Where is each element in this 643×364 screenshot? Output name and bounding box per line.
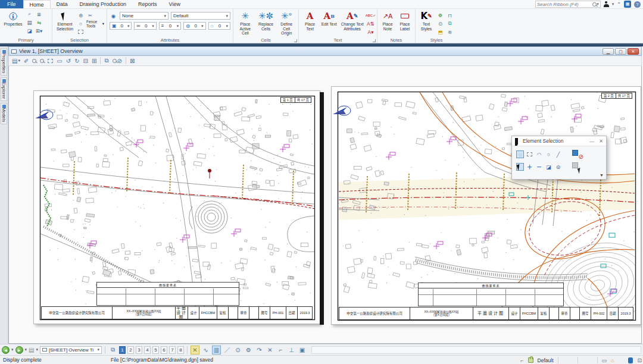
dialog-close-icon[interactable]: ✕ — [599, 139, 603, 144]
select-individual-icon[interactable]: ◌ — [516, 150, 524, 158]
pattern-tool-icon[interactable]: ▥ — [212, 346, 221, 354]
dialog-status-icon[interactable]: ⊡ — [637, 357, 642, 363]
zoom-out-button[interactable] — [40, 59, 44, 63]
active-level[interactable]: Default — [538, 357, 554, 363]
view-toggle-5[interactable]: 5 — [152, 346, 159, 354]
search-icon[interactable] — [592, 2, 597, 7]
disable-handles-icon[interactable]: ⊘ — [572, 150, 582, 159]
place-note-button[interactable]: ↗A Place Note — [380, 10, 395, 31]
edit-text-button[interactable]: AB Edit Text — [320, 10, 338, 27]
view-next-button[interactable]: ⊞ — [92, 58, 96, 64]
cut-icon[interactable]: ✂ — [86, 11, 94, 19]
locks-icon[interactable] — [528, 357, 533, 363]
view-toggle-1[interactable]: 1 — [119, 346, 126, 354]
view-maximize-button[interactable]: ▢ — [615, 48, 626, 55]
tab-reports[interactable]: Reports — [132, 0, 163, 8]
link-styles-icon[interactable]: ⧉ — [446, 20, 454, 27]
view-toggle-2[interactable]: 2 — [127, 346, 134, 354]
view-windows-icon[interactable]: ⧉ — [108, 346, 117, 354]
update-view-button[interactable]: ✐ — [24, 58, 29, 64]
user-dropdown-icon[interactable]: ▾ — [612, 2, 614, 7]
view-lock-button[interactable]: ⊠ — [130, 58, 135, 64]
tab-data[interactable]: Data — [51, 0, 74, 8]
mode-add-icon[interactable]: ＋ — [526, 163, 533, 171]
style-box-icon[interactable]: ⊓ — [446, 11, 454, 19]
dialog-minimize-icon[interactable]: — — [589, 139, 594, 144]
view-title-bar[interactable]: View 1, [SHEET] Overview ▁ ▢ ✕ — [8, 46, 642, 56]
tab-file[interactable]: File — [0, 0, 23, 8]
tab-home[interactable]: Home — [23, 0, 51, 8]
view-close-button[interactable]: ✕ — [628, 48, 639, 55]
popup-icon[interactable]: ◪ — [26, 27, 33, 34]
connect-icon[interactable]: ▦ — [624, 1, 631, 8]
settings-gear-icon[interactable]: ⚙ — [244, 346, 253, 354]
select-all-handles-icon[interactable] — [572, 162, 582, 171]
zoom-in-button[interactable] — [32, 59, 36, 63]
mode-subtract-icon[interactable]: － — [535, 163, 543, 171]
tab-view[interactable]: View — [163, 0, 186, 8]
mode-new-icon[interactable] — [516, 163, 524, 171]
select-all-icon[interactable]: ⊛ — [77, 11, 85, 19]
element-info-icon[interactable]: ⌕ — [26, 10, 33, 18]
sidebar-tab-explorer[interactable]: Explorer — [1, 77, 7, 101]
recent-dropdown-icon[interactable]: ▾ — [36, 347, 38, 352]
view-minimize-button[interactable]: ▁ — [603, 48, 614, 55]
forward-button[interactable]: ▶ — [15, 346, 23, 354]
mode-invert-icon[interactable]: ◪ — [545, 163, 553, 171]
select-none-icon[interactable]: ○ — [77, 20, 85, 27]
sheet-2[interactable]: 第 2 页共 17 页 曲线要素表 中交第一公路勘察设计研究院有限公司 XX~X… — [331, 86, 641, 325]
place-active-cell-button[interactable]: ✳ Place Active Cell — [236, 10, 255, 36]
accusnap-toggle-icon[interactable]: ✕ — [191, 346, 199, 354]
fence-status-icon[interactable]: ⌂ — [611, 357, 614, 363]
change-text-attributes-button[interactable]: A✎ Change Text Attributes — [339, 10, 365, 31]
level-combo[interactable]: Default▾ — [171, 12, 230, 20]
window-area-button[interactable] — [48, 59, 53, 63]
rotate-view-right-button[interactable]: ↻ — [74, 58, 79, 64]
help-icon[interactable]: ? — [634, 1, 641, 8]
element-selection-button[interactable]: Element Selection — [55, 10, 75, 31]
sheet-1[interactable]: 第 1 页共 17 页 曲线要素表 中交第一公路勘察设计研究院有限公司 XX~X… — [33, 90, 320, 324]
sidebar-tab-properties[interactable]: Properties — [1, 48, 7, 76]
design-history-icon[interactable] — [628, 357, 633, 363]
sync-icon[interactable]: ⇆ — [35, 18, 43, 26]
intersection-snap-icon[interactable]: ✕ — [266, 346, 274, 354]
element-selection-dialog[interactable]: Element Selection — ✕ ◌ ◠ ○ ╱ ⊘ ＋ — [511, 136, 607, 180]
rotate-view-left-button[interactable]: ↺ — [66, 58, 71, 64]
view-display-style-button[interactable]: ▤▾ — [12, 58, 20, 64]
view-toggle-8[interactable]: 8 — [177, 346, 184, 354]
origin-snap-icon[interactable]: ▣ — [298, 346, 307, 354]
define-cell-origin-button[interactable]: ✳° Define Cell Origin — [277, 10, 296, 36]
priority-combo[interactable]: ⌂0▾ — [208, 22, 230, 30]
replace-cells-button[interactable]: ✳✼ Replace Cells — [257, 10, 276, 31]
place-label-button[interactable]: Place Label — [397, 10, 413, 31]
select-shape-icon[interactable]: ◠ — [535, 150, 543, 158]
view-attributes-search-button[interactable]: ⊘ — [113, 58, 122, 64]
parallel-snap-icon[interactable]: ⌐ — [276, 346, 285, 354]
select-line-icon[interactable]: ╱ — [554, 150, 562, 158]
perpendicular-snap-icon[interactable]: ⊥ — [287, 346, 296, 354]
grid-dropdown-icon[interactable]: ⊞▾ — [35, 27, 43, 34]
text-match-icon[interactable]: A⇅ — [367, 20, 374, 27]
collapse-ribbon-icon[interactable]: ⌃ — [617, 2, 621, 7]
view-toggle-6[interactable]: 6 — [161, 346, 167, 354]
color-combo[interactable]: ▣0▾ — [110, 22, 132, 30]
text-dialog-launcher[interactable] — [373, 39, 376, 42]
fit-view-button[interactable]: ▭ — [57, 58, 62, 64]
lineweight-combo[interactable]: ≡0▾ — [159, 22, 181, 30]
view-group-selector[interactable]: [SHEET] Overview Ti ▾ — [40, 346, 102, 354]
spell-check-icon[interactable]: ABC✓ — [367, 11, 374, 19]
properties-button[interactable]: 🛈 Properties — [2, 10, 24, 27]
keyin-message-strip[interactable] — [311, 346, 641, 354]
text-dropdown-icon[interactable]: A▾ — [367, 28, 374, 36]
tab-drawing-production[interactable]: Drawing Production — [74, 0, 133, 8]
place-text-button[interactable]: A Place Text — [301, 10, 319, 31]
annotation-scale-icon[interactable]: ⬒ — [436, 28, 444, 36]
apply-style-icon[interactable]: ≋ — [446, 28, 454, 36]
paste-icon[interactable]: ▤ — [26, 18, 33, 26]
select-circle-icon[interactable]: ○ — [545, 150, 553, 158]
mode-clear-icon[interactable]: ⊚ — [554, 163, 562, 171]
pen-tool-icon[interactable]: ／ — [223, 346, 232, 354]
levels-icon[interactable]: ≣ — [35, 10, 43, 18]
view-toggle-4[interactable]: 4 — [144, 346, 151, 354]
user-account-icon[interactable] — [604, 1, 609, 7]
